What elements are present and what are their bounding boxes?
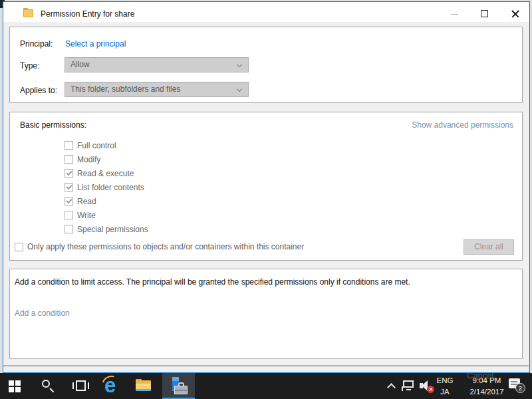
permission-label: Write: [77, 211, 96, 220]
minimize-icon: [451, 14, 458, 15]
select-principal-link[interactable]: Select a principal: [65, 39, 126, 49]
show-hidden-icons-button[interactable]: [387, 383, 396, 392]
permission-label: Read & execute: [77, 169, 134, 178]
checkbox-read-execute[interactable]: [65, 169, 73, 178]
only-apply-label: Only apply these permissions to objects …: [27, 242, 304, 251]
checkbox-read[interactable]: [65, 197, 73, 205]
only-apply-row: Only apply these permissions to objects …: [15, 241, 304, 253]
minimize-button: [439, 4, 469, 23]
checkbox-full-control[interactable]: [65, 141, 73, 150]
checkbox-write[interactable]: [65, 211, 73, 219]
language-primary: ENG: [434, 375, 456, 386]
desktop: Permission Entry for share Principal: Se…: [0, 0, 532, 399]
permission-row: Special permissions: [65, 222, 148, 236]
permission-label: Full control: [77, 141, 116, 150]
network-tray-button[interactable]: [402, 380, 415, 392]
titlebar[interactable]: Permission Entry for share: [3, 2, 529, 22]
checkbox-modify[interactable]: [65, 155, 73, 164]
task-view-button[interactable]: [72, 380, 89, 392]
principal-label: Principal:: [20, 39, 53, 49]
permission-row: Write: [65, 208, 96, 222]
network-icon: [403, 380, 414, 388]
clock-date: 2/14/2017: [459, 386, 515, 398]
permission-label: Special permissions: [77, 225, 148, 234]
clock-time: 9:04 PM: [459, 375, 515, 386]
checkbox-only-apply[interactable]: [15, 243, 23, 251]
permission-row: Read: [65, 194, 96, 208]
volume-tray-button[interactable]: [420, 380, 434, 392]
permission-label: List folder contents: [77, 183, 144, 192]
clear-all-button[interactable]: Clear all: [464, 239, 514, 255]
permission-row: Modify: [65, 152, 100, 166]
checkbox-special-permissions[interactable]: [65, 225, 73, 233]
action-center-button[interactable]: 2: [509, 378, 521, 389]
start-button[interactable]: [9, 380, 21, 392]
search-icon: [42, 380, 50, 388]
notification-badge: 2: [515, 383, 525, 393]
permission-row: Read & execute: [65, 166, 134, 180]
language-secondary: JA: [434, 386, 456, 398]
button-area-divider: [3, 365, 529, 366]
applies-to-select[interactable]: This folder, subfolders and files: [65, 82, 249, 97]
folder-icon: [23, 8, 33, 17]
file-explorer-button[interactable]: [136, 379, 151, 391]
permission-label: Modify: [77, 155, 100, 164]
chevron-down-icon: [237, 62, 242, 67]
task-view-icon: [76, 380, 86, 391]
type-select[interactable]: Allow: [65, 57, 249, 72]
active-app-button[interactable]: [162, 373, 195, 399]
internet-explorer-button[interactable]: e: [102, 374, 123, 397]
window-title: Permission Entry for share: [41, 4, 134, 24]
applies-to-label: Applies to:: [20, 86, 57, 95]
maximize-icon: [481, 10, 488, 17]
maximize-button[interactable]: [469, 4, 500, 23]
add-condition-link[interactable]: Add a condition: [15, 309, 70, 318]
basic-permissions-label: Basic permissions:: [20, 120, 86, 130]
taskbar: Cancel e: [0, 373, 532, 399]
checkbox-list-folder-contents[interactable]: [65, 183, 73, 192]
show-advanced-permissions-link[interactable]: Show advanced permissions: [412, 120, 513, 130]
applies-to-value: This folder, subfolders and files: [70, 84, 180, 94]
condition-description: Add a condition to limit access. The pri…: [15, 277, 513, 287]
permission-row: List folder contents: [65, 180, 144, 194]
permission-row: Full control: [65, 138, 116, 152]
type-value: Allow: [70, 60, 90, 69]
close-button[interactable]: [500, 4, 531, 23]
permission-label: Read: [77, 197, 96, 206]
clock[interactable]: 9:04 PM 2/14/2017: [459, 375, 515, 398]
chevron-down-icon: [237, 86, 242, 92]
windows-logo-icon: [9, 380, 14, 386]
language-indicator[interactable]: ENG JA: [434, 375, 456, 398]
type-label: Type:: [20, 61, 39, 70]
taskbar-search-button[interactable]: [42, 380, 55, 393]
